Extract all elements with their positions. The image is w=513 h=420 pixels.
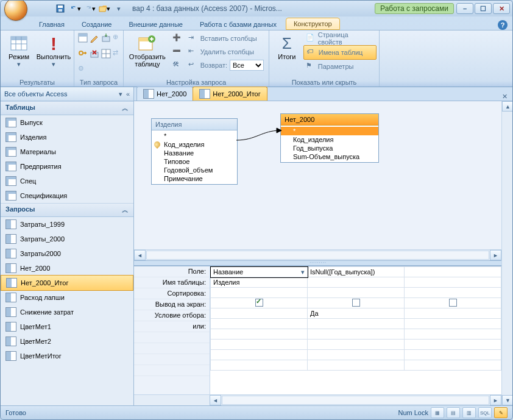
- cell-show-2[interactable]: [308, 298, 405, 308]
- delete-rows-button[interactable]: ➖: [170, 45, 185, 59]
- totals-button[interactable]: Σ Итоги: [272, 32, 302, 62]
- delete-query-icon[interactable]: [90, 49, 99, 59]
- cell-show-3[interactable]: [405, 298, 501, 308]
- insert-rows-icon: ➕: [172, 34, 182, 43]
- tab-home[interactable]: Главная: [31, 18, 73, 30]
- tab-dbtools[interactable]: Работа с базами данных: [192, 18, 285, 30]
- datadef-icon[interactable]: ⚙: [78, 65, 84, 73]
- checkbox-icon[interactable]: [449, 299, 457, 307]
- passthrough-icon[interactable]: ⇄: [113, 49, 118, 57]
- nav-item-query[interactable]: Расход лапши: [1, 290, 133, 305]
- query-design-canvas[interactable]: Изделия *Код_изделияНазваниеТиповоеГодов…: [134, 101, 501, 249]
- view-design-icon[interactable]: ✎: [494, 407, 508, 418]
- run-button[interactable]: ! Выполнить▾: [36, 32, 71, 69]
- query-icon: [5, 336, 16, 346]
- cell-table-2[interactable]: [308, 277, 405, 288]
- scroll-right-icon[interactable]: ►: [490, 395, 501, 405]
- nav-item-table[interactable]: Изделия: [1, 130, 133, 144]
- nav-item-label: ЦветМетИтог: [20, 352, 62, 360]
- checkbox-icon[interactable]: [352, 299, 360, 307]
- propsheet-button[interactable]: 📄Страница свойств: [303, 32, 377, 45]
- save-icon[interactable]: [54, 2, 66, 15]
- insert-cols-button[interactable]: ⇥Вставить столбцы: [186, 32, 266, 45]
- insert-rows-button[interactable]: ➕: [170, 32, 185, 45]
- undo-icon[interactable]: ▾: [69, 2, 81, 15]
- tab-create[interactable]: Создание: [74, 18, 120, 30]
- builder-button[interactable]: 🛠: [170, 59, 185, 72]
- scroll-left-icon[interactable]: ◄: [134, 250, 146, 260]
- pencil-icon[interactable]: [90, 33, 99, 43]
- doc-tab-2[interactable]: Нет_2000_Итог: [193, 87, 267, 101]
- showtable-button[interactable]: Отобразить таблицу: [126, 32, 169, 69]
- nav-item-table[interactable]: Спецификация: [1, 188, 133, 203]
- select-query-icon[interactable]: [78, 33, 88, 43]
- scroll-right-icon[interactable]: ►: [490, 250, 501, 260]
- splitter[interactable]: ∙∙∙∙∙∙∙∙∙: [134, 260, 501, 266]
- nav-item-table[interactable]: Материалы: [1, 144, 133, 159]
- view-pivottable-icon[interactable]: ▤: [447, 407, 460, 418]
- scroll-up-icon[interactable]: ▲: [502, 101, 513, 112]
- crosstab-icon[interactable]: [101, 49, 111, 59]
- nav-item-query[interactable]: ЦветМетИтог: [1, 349, 133, 363]
- nav-dropdown-icon[interactable]: ▾ «: [119, 90, 130, 98]
- cell-table-1[interactable]: Изделия: [211, 277, 308, 288]
- tablenames-button[interactable]: 🏷Имена таблиц: [303, 45, 377, 60]
- nav-item-table[interactable]: Выпуск: [1, 115, 133, 130]
- cell-field-3[interactable]: [405, 267, 501, 277]
- return-combo[interactable]: Все: [230, 60, 264, 71]
- checkbox-icon[interactable]: [255, 299, 263, 307]
- scroll-left-icon[interactable]: ◄: [210, 395, 221, 405]
- nav-item-query[interactable]: ЦветМет2: [1, 334, 133, 349]
- maximize-button[interactable]: ☐: [475, 3, 492, 14]
- redo-icon[interactable]: ▾: [83, 2, 96, 15]
- nav-item-table[interactable]: Предприятия: [1, 159, 133, 174]
- view-pivotchart-icon[interactable]: ▥: [462, 407, 476, 418]
- nav-item-query[interactable]: ЦветМет1: [1, 319, 133, 334]
- view-datasheet-icon[interactable]: ▦: [431, 407, 444, 418]
- return-icon: ↩: [188, 60, 198, 70]
- params-button[interactable]: ⚑Параметры: [303, 60, 377, 73]
- view-sql-icon[interactable]: SQL: [478, 407, 492, 418]
- tab-design[interactable]: Конструктор: [286, 18, 340, 30]
- scroll-down-icon[interactable]: ▼: [502, 395, 513, 405]
- minimize-button[interactable]: –: [456, 3, 473, 14]
- query-icon: [6, 278, 17, 288]
- nav-item-query[interactable]: Затраты_2000: [1, 232, 133, 246]
- union-icon[interactable]: ⊕: [113, 33, 118, 41]
- doc-close-button[interactable]: ✕: [500, 93, 510, 101]
- nav-item-table[interactable]: Спец: [1, 174, 133, 188]
- nav-item-label: Спецификация: [20, 192, 67, 199]
- help-icon[interactable]: ?: [498, 20, 508, 30]
- query-icon: [5, 351, 16, 361]
- nav-header[interactable]: Все объекты Access ▾ «: [1, 87, 133, 101]
- showtable-icon: [138, 34, 157, 53]
- qat-customize-icon[interactable]: ▾: [113, 2, 125, 15]
- nav-item-query[interactable]: Нет_2000: [1, 261, 133, 276]
- key-icon[interactable]: [78, 49, 88, 59]
- cell-criteria-2[interactable]: Да: [308, 308, 405, 319]
- append-icon[interactable]: [101, 33, 111, 43]
- query-grid[interactable]: Название▾ IsNull([Год_выпуска]) Изделия: [210, 266, 501, 394]
- nav-section-queries[interactable]: Запросы︽: [1, 203, 133, 217]
- doc-tab-1[interactable]: Нет_2000: [136, 87, 193, 101]
- grid-hscroll[interactable]: ◄ ►: [134, 394, 501, 405]
- delete-cols-button[interactable]: ⇤Удалить столбцы: [186, 45, 266, 59]
- nav-item-query[interactable]: Снижение затрат: [1, 305, 133, 319]
- open-icon[interactable]: ▾: [98, 2, 110, 15]
- cell-field-2[interactable]: IsNull([Год_выпуска]): [308, 267, 405, 277]
- view-button[interactable]: Режим▾: [3, 32, 35, 69]
- nav-item-label: Нет_2000: [20, 265, 50, 272]
- svg-rect-4: [11, 37, 27, 40]
- nav-item-query[interactable]: Затраты_1999: [1, 217, 133, 232]
- close-button[interactable]: ✕: [493, 3, 510, 14]
- cell-show-1[interactable]: [211, 298, 308, 308]
- query-icon: [5, 293, 16, 302]
- workspace-vscroll[interactable]: ▲ ▼: [501, 101, 512, 405]
- nav-section-tables[interactable]: Таблицы︽: [1, 101, 133, 115]
- nav-item-query[interactable]: Затраты2000: [1, 246, 133, 261]
- query-icon: [5, 307, 16, 317]
- nav-item-query[interactable]: Нет_2000_Итог: [1, 275, 133, 291]
- tab-external[interactable]: Внешние данные: [121, 18, 191, 30]
- query-icon: [5, 263, 16, 273]
- cell-field-1[interactable]: Название▾: [211, 267, 308, 277]
